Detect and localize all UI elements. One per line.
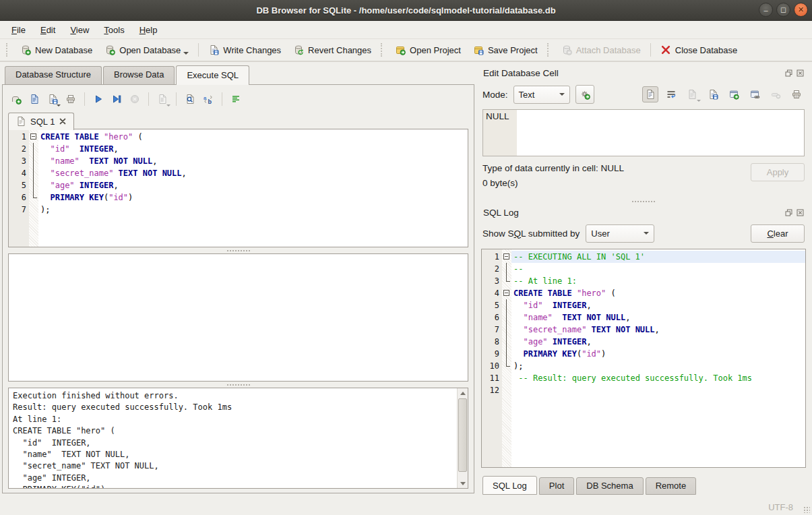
sql-log-title: SQL Log [483,208,784,218]
stop-execution-button[interactable] [127,91,143,107]
open-external-button[interactable] [726,86,742,102]
dock-tab-plot[interactable]: Plot [539,477,574,495]
apply-settings-button[interactable] [575,85,594,104]
code-line: 6 "name" TEXT NOT NULL, [482,311,805,324]
close-panel-icon[interactable] [796,208,805,217]
dock-tab-db-schema[interactable]: DB Schema [576,477,643,495]
tab-sql1[interactable]: SQL 1 [8,113,74,130]
minimize-icon[interactable]: – [759,3,773,17]
menu-edit[interactable]: Edit [34,23,61,37]
clear-button[interactable]: Clear [751,224,805,243]
edit-cell-title: Edit Database Cell [483,68,784,78]
float-panel-icon[interactable] [784,208,793,217]
text-mode-document-button[interactable] [642,86,658,102]
format-sql-button[interactable] [228,91,244,107]
fold-marker [502,324,511,336]
maximize-icon[interactable]: ◻ [776,3,790,17]
apply-button[interactable]: Apply [751,163,805,181]
export-results-button[interactable] [154,91,170,107]
export-text-icon [708,89,718,100]
find-replace-button[interactable]: ab [200,91,216,107]
code-text: CREATE TABLE "hero" ( [511,287,805,299]
import-text-button[interactable] [684,86,700,102]
menu-view[interactable]: View [64,23,95,37]
attach-database-icon [561,44,572,55]
code-text: ); [511,360,805,372]
attach-database-button[interactable]: Attach Database [555,42,647,58]
print-cell-button[interactable] [788,86,805,102]
sql-subtab-bar: SQL 1 [8,109,468,129]
word-wrap-button[interactable] [663,86,679,102]
menu-file[interactable]: File [5,23,32,37]
editor-results-splitter[interactable] [8,247,468,253]
fold-marker[interactable] [29,131,38,143]
line-number: 4 [9,167,29,179]
new-database-button[interactable]: New Database [14,42,98,58]
pane-splitter[interactable] [474,62,479,499]
save-project-button[interactable]: Save Project [467,42,544,58]
set-null-button[interactable] [768,86,784,102]
scroll-down-icon[interactable] [458,479,468,488]
code-line: 1-- EXECUTING ALL IN 'SQL 1' [482,251,805,263]
tab-database-structure[interactable]: Database Structure [5,66,102,84]
results-scrollbar[interactable] [457,388,468,488]
mode-label: Mode: [482,90,508,100]
results-message-splitter[interactable] [8,382,468,388]
code-text: "secret_name" TEXT NOT NULL, [511,324,805,336]
code-text: -- Result: query executed successfully. … [511,372,805,384]
sql-editor[interactable]: 1CREATE TABLE "hero" (2 "id" INTEGER,3 "… [8,129,468,247]
line-number: 2 [482,263,502,275]
close-database-button[interactable]: Close Database [654,42,744,58]
app-window: DB Browser for SQLite - /home/user/code/… [0,0,812,515]
query-results-grid[interactable] [8,253,468,382]
fold-marker[interactable] [502,287,511,299]
export-text-button[interactable] [705,86,721,102]
open-database-icon [104,44,115,55]
mode-value: Text [519,90,535,100]
line-number: 1 [9,131,29,143]
execution-message-box[interactable]: Execution finished without errors. Resul… [8,388,468,489]
menu-help[interactable]: Help [133,23,164,37]
scrollbar-thumb[interactable] [458,398,467,472]
code-text: ); [38,204,468,216]
close-panel-icon[interactable] [796,69,805,78]
fold-marker[interactable] [502,251,511,263]
tab-browse-data[interactable]: Browse Data [103,66,175,84]
set-null-icon [770,89,781,100]
float-panel-icon[interactable] [784,69,793,78]
revert-changes-button[interactable]: Revert Changes [287,42,377,58]
cell-mode-row: Mode: Text [481,81,806,108]
fold-marker [29,191,38,204]
open-project-button[interactable]: Open Project [389,42,467,58]
write-changes-button[interactable]: Write Changes [202,42,287,58]
cell-editor[interactable]: NULL [482,109,805,156]
print-sql-button[interactable] [63,91,79,107]
menu-tools[interactable]: Tools [98,23,130,37]
chevron-down-icon [644,232,649,235]
code-line: 4 "secret_name" TEXT NOT NULL, [9,167,468,179]
tab-execute-sql[interactable]: Execute SQL [176,65,249,85]
scroll-up-icon[interactable] [458,388,468,398]
log-filter-select[interactable]: User [586,224,654,243]
new-sql-tab-button[interactable] [8,91,24,107]
execute-current-line-button[interactable] [108,91,125,107]
code-text: CREATE TABLE "hero" ( [38,131,468,143]
execute-all-button[interactable] [90,91,106,107]
save-sql-file-button[interactable] [44,91,61,107]
sql-log-view[interactable]: 1-- EXECUTING ALL IN 'SQL 1'2--3-- At li… [481,249,806,468]
chevron-down-icon [183,52,189,55]
toolbar-handle [6,43,11,57]
save-sql-file-icon [47,94,58,104]
open-sql-file-button[interactable] [26,91,42,107]
resize-grip-icon[interactable] [803,506,810,513]
close-tab-icon[interactable] [59,117,67,125]
code-text: "age" INTEGER, [511,336,805,348]
open-database-button[interactable]: Open Database [98,42,195,58]
close-window-icon[interactable]: ✕ [794,3,808,17]
find-button[interactable] [182,91,198,107]
dock-tab-remote[interactable]: Remote [646,477,697,495]
copy-link-button[interactable] [747,86,763,102]
dock-splitter[interactable] [481,198,806,204]
mode-select[interactable]: Text [513,86,570,104]
dock-tab-sql-log[interactable]: SQL Log [482,476,537,495]
